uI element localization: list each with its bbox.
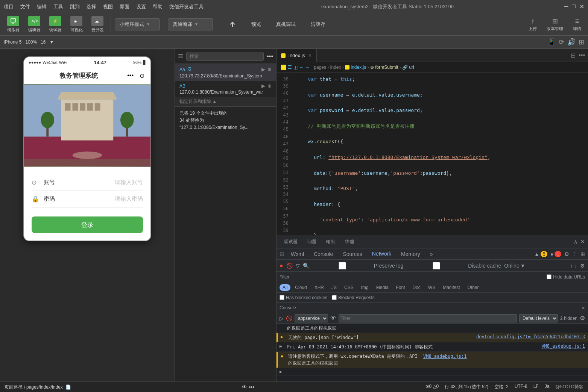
- detail-btn[interactable]: ≡ 详情: [570, 16, 584, 33]
- more-icon[interactable]: •••: [267, 53, 273, 60]
- blocked-requests-label[interactable]: Blocked Requests: [332, 295, 375, 300]
- camera-icon[interactable]: ⊙: [140, 72, 144, 79]
- editor-btn[interactable]: </> 编辑器: [25, 14, 44, 34]
- settings-icon[interactable]: ⚙: [564, 251, 569, 257]
- compile-btn[interactable]: [223, 18, 242, 30]
- menu-wechat-devtools[interactable]: 微信开发者工具: [169, 3, 204, 10]
- debugger-btn[interactable]: ⚡ 调试器: [46, 14, 65, 34]
- tab-network[interactable]: Network: [368, 247, 396, 260]
- menu-help[interactable]: 帮助: [153, 3, 163, 10]
- menu-tools[interactable]: 工具: [53, 3, 63, 10]
- search-input[interactable]: [186, 52, 264, 61]
- online-dropdown[interactable]: Online ▼: [504, 263, 525, 269]
- rotate-icon[interactable]: ⟳: [559, 38, 564, 46]
- console-service-select[interactable]: appservice: [295, 314, 328, 322]
- disable-cache-checkbox[interactable]: [406, 262, 466, 269]
- net-type-img[interactable]: Img: [358, 284, 372, 291]
- upload-icon[interactable]: ↑: [570, 263, 573, 269]
- filter-icon[interactable]: ▽: [296, 263, 300, 269]
- net-type-js[interactable]: JS: [328, 284, 340, 291]
- file-item-2[interactable]: AB ▶ ⊕ 127.0.0.1:8080/Examination_System…: [175, 81, 276, 97]
- hamburger-icon[interactable]: ☰: [178, 53, 183, 60]
- menu-settings[interactable]: 设置: [136, 3, 146, 10]
- nav-forward-icon[interactable]: →: [305, 65, 310, 70]
- menu-select[interactable]: 选择: [87, 3, 96, 10]
- record-btn[interactable]: ●: [280, 262, 283, 269]
- net-type-all[interactable]: All: [280, 284, 290, 291]
- net-type-font[interactable]: Font: [393, 284, 408, 291]
- log-link-4a[interactable]: VM8_asdebug.js:1: [423, 354, 467, 359]
- tab-index-js[interactable]: index.js ✕: [277, 49, 317, 62]
- net-type-xhr[interactable]: XHR: [311, 284, 327, 291]
- menu-interface[interactable]: 界面: [120, 3, 129, 10]
- tab-issues[interactable]: 问题: [303, 235, 321, 248]
- log-link-2[interactable]: devtoolsconfig.js?t=_fda52e6421cdbd103:3: [476, 334, 585, 339]
- more-options-icon[interactable]: •••: [579, 52, 585, 59]
- maximize-button[interactable]: □: [572, 3, 576, 10]
- minimize-button[interactable]: ─: [564, 3, 568, 10]
- stop-icon[interactable]: 🚫: [286, 263, 293, 269]
- window-controls[interactable]: ─ □ ✕: [564, 3, 584, 10]
- preserve-log-checkbox[interactable]: [312, 262, 372, 269]
- net-type-css[interactable]: CSS: [341, 284, 357, 291]
- menu-view[interactable]: 视图: [103, 3, 113, 10]
- visual-btn[interactable]: ◈ 可视化: [67, 14, 86, 34]
- log-link-3[interactable]: VM8_asdebug.js:1: [541, 344, 585, 349]
- cloud-btn[interactable]: ☁ 云开发: [88, 14, 107, 34]
- device-dropdown-icon[interactable]: ▼: [49, 39, 54, 45]
- search-icon[interactable]: 🔍: [303, 263, 309, 269]
- devtools-expand-icon[interactable]: ∧: [574, 239, 577, 245]
- net-type-ws[interactable]: WS: [425, 284, 438, 291]
- close-button[interactable]: ✕: [579, 3, 584, 10]
- tab-output[interactable]: 输出: [322, 235, 340, 248]
- mobile-icon[interactable]: 📱: [547, 38, 556, 46]
- upload-btn[interactable]: ↑ 上传: [526, 16, 540, 33]
- account-input[interactable]: 请输入账号: [63, 179, 143, 186]
- console-block-icon[interactable]: ▷: [280, 315, 284, 321]
- expand-icon[interactable]: ▶: [280, 369, 285, 374]
- console-close-icon[interactable]: ✕: [581, 305, 585, 310]
- has-blocked-label[interactable]: Has blocked cookies: [280, 295, 327, 300]
- net-type-cloud[interactable]: Cloud: [292, 284, 310, 291]
- inspect-icon[interactable]: ⊡: [280, 248, 284, 260]
- eye-icon-status[interactable]: 👁: [242, 384, 247, 390]
- nav-list-icon[interactable]: ☰: [288, 65, 292, 70]
- nav-bookmark-icon[interactable]: ◫: [293, 65, 298, 70]
- disable-cache-label[interactable]: Disable cache: [406, 262, 501, 269]
- devtools-undock-icon[interactable]: ⊞: [580, 251, 585, 257]
- tab-terminal[interactable]: 终端: [340, 235, 359, 248]
- account-field[interactable]: ⊙ 账号 请输入账号: [32, 174, 143, 191]
- tab-wxml[interactable]: Wxml: [286, 247, 308, 260]
- login-button[interactable]: 登录: [32, 216, 143, 233]
- preserve-log-label[interactable]: Preserve log: [312, 262, 404, 269]
- sound-icon[interactable]: 🔊: [567, 38, 576, 46]
- version-btn[interactable]: ⊞ 版本管理: [544, 15, 566, 33]
- net-type-manifest[interactable]: Manifest: [440, 284, 463, 291]
- more-status-icon[interactable]: •••: [249, 384, 254, 390]
- net-type-doc[interactable]: Doc: [409, 284, 423, 291]
- menu-dots-icon[interactable]: •••: [127, 72, 134, 79]
- file-item-1[interactable]: Aa 汉 ▶ ⊕ 120.79.73.27:80/80/Examination_…: [175, 64, 276, 81]
- menu-goto[interactable]: 跳到: [70, 3, 80, 10]
- tab-more[interactable]: »: [425, 247, 438, 260]
- hide-data-urls-label[interactable]: Hide data URLs: [547, 274, 585, 280]
- blocked-requests-checkbox[interactable]: [332, 295, 337, 300]
- password-input[interactable]: 请输入密码: [63, 195, 143, 203]
- preview-btn[interactable]: 预览: [245, 18, 267, 30]
- tab-debugger[interactable]: 调试器: [280, 235, 302, 248]
- console-settings-icon[interactable]: ⚙: [580, 315, 585, 322]
- download-icon[interactable]: ↓: [574, 263, 577, 269]
- net-type-other[interactable]: Other: [465, 284, 482, 291]
- menu-project[interactable]: 项目: [4, 3, 14, 10]
- tab-console[interactable]: Console: [309, 247, 337, 260]
- password-field[interactable]: 🔒 密码 请输入密码: [32, 191, 143, 207]
- devtools-close-icon[interactable]: ✕: [580, 239, 585, 245]
- menu-file[interactable]: 文件: [20, 3, 30, 10]
- tab-sources[interactable]: Sources: [338, 247, 366, 260]
- console-filter-input[interactable]: [339, 314, 517, 322]
- simulator-btn[interactable]: 模拟器: [4, 14, 23, 34]
- split-icon[interactable]: ⊞: [579, 38, 584, 46]
- code-content[interactable]: var that = this; var username = e.detail…: [292, 73, 588, 235]
- real-test-btn[interactable]: 真机调试: [270, 18, 302, 30]
- clear-btn[interactable]: 清缓存: [305, 18, 331, 30]
